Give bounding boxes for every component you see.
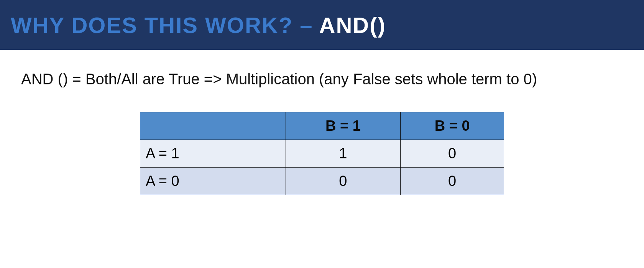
slide-title: WHY DOES THIS WORK? – AND() <box>11 12 386 38</box>
slide-title-bar: WHY DOES THIS WORK? – AND() <box>0 0 644 50</box>
table-row-label: A = 0 <box>140 168 286 195</box>
table-row: A = 1 1 0 <box>140 140 504 168</box>
explanation-text: AND () = Both/All are True => Multiplica… <box>21 69 629 89</box>
table-row: A = 0 0 0 <box>140 168 504 195</box>
table-cell: 0 <box>401 168 504 195</box>
table-cell: 0 <box>401 140 504 168</box>
table-corner-cell <box>140 112 286 140</box>
table-row-label: A = 1 <box>140 140 286 168</box>
table-col-header: B = 0 <box>401 112 504 140</box>
table-cell: 1 <box>286 140 401 168</box>
table-col-header: B = 1 <box>286 112 401 140</box>
truth-table: B = 1 B = 0 A = 1 1 0 A = 0 0 0 <box>140 112 504 195</box>
slide-title-main: WHY DOES THIS WORK? – <box>11 13 319 38</box>
slide-title-accent: AND() <box>319 13 386 38</box>
table-header-row: B = 1 B = 0 <box>140 112 504 140</box>
table-cell: 0 <box>286 168 401 195</box>
